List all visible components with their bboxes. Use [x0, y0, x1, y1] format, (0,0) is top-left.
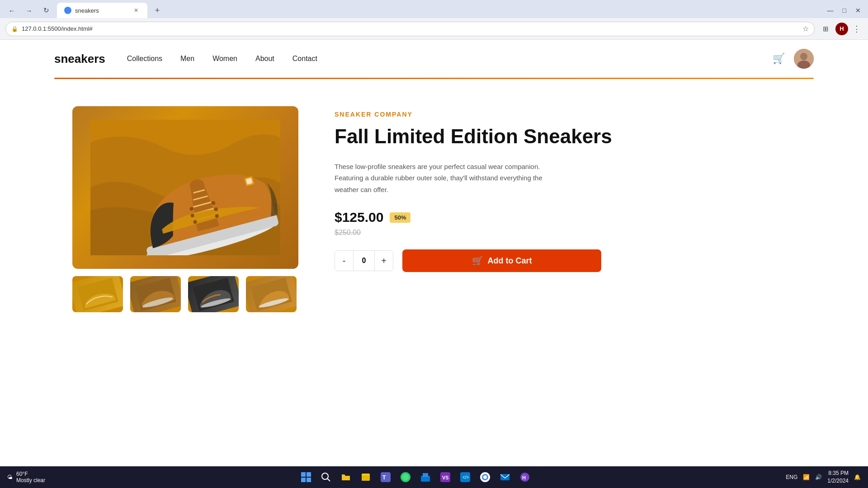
hem-button[interactable]: H: [517, 469, 533, 485]
current-price: $125.00: [335, 210, 383, 225]
product-title: Fall Limited Edition Sneakers: [335, 125, 796, 148]
tab-favicon: [64, 7, 71, 14]
browser-tab[interactable]: sneakers ✕: [57, 3, 147, 18]
thumbnail-1[interactable]: [72, 276, 123, 312]
thumbnail-3[interactable]: [188, 276, 239, 312]
add-to-cart-button[interactable]: 🛒 Add to Cart: [402, 249, 601, 272]
chrome-button[interactable]: [477, 469, 493, 485]
volume-icon: 🔊: [815, 474, 822, 480]
lock-icon: 🔒: [11, 26, 18, 32]
svg-text:VS: VS: [442, 475, 449, 480]
tab-title: sneakers: [75, 7, 99, 14]
svg-point-33: [402, 474, 409, 480]
visual-studio-button[interactable]: VS: [437, 469, 453, 485]
svg-point-2: [800, 53, 807, 60]
mail-button[interactable]: [497, 469, 513, 485]
whatsapp-button[interactable]: [397, 469, 414, 485]
site-header: sneakers Collections Men Women About Con…: [0, 40, 868, 78]
address-bar[interactable]: 🔒 127.0.0.1:5500/index.html# ☆: [5, 22, 815, 36]
wifi-icon: 📶: [803, 474, 810, 480]
cart-row: - 0 + 🛒 Add to Cart: [335, 249, 796, 272]
thumbnail-row: [72, 276, 298, 312]
vscode-button[interactable]: </>: [457, 469, 473, 485]
close-button[interactable]: ✕: [853, 6, 863, 15]
svg-point-0: [66, 8, 70, 13]
svg-point-26: [322, 473, 328, 479]
svg-rect-29: [362, 475, 370, 481]
reload-button[interactable]: ↻: [39, 3, 53, 18]
cart-button-icon: 🛒: [472, 255, 483, 266]
price-row: $125.00 50%: [335, 210, 796, 225]
svg-line-27: [327, 479, 330, 481]
svg-rect-24: [301, 478, 306, 482]
product-info: SNEAKER COMPANY Fall Limited Edition Sne…: [335, 106, 796, 272]
nav-collections[interactable]: Collections: [127, 55, 162, 63]
back-button[interactable]: ←: [5, 3, 19, 18]
nav-about[interactable]: About: [255, 55, 274, 63]
sneaker-background: [72, 106, 298, 269]
svg-rect-15: [77, 277, 118, 311]
teams-button[interactable]: T: [377, 469, 394, 485]
quantity-control: - 0 +: [335, 250, 393, 271]
taskbar-time-value: 8:35 PM: [827, 469, 849, 477]
quantity-increase-button[interactable]: +: [375, 251, 393, 271]
thumb-bg-4: [246, 276, 297, 312]
main-product-image: [72, 106, 298, 269]
svg-rect-23: [307, 472, 311, 477]
folder-button[interactable]: [358, 469, 374, 485]
taskbar-date-value: 1/2/2024: [827, 477, 849, 485]
profile-button[interactable]: H: [835, 23, 848, 35]
user-avatar[interactable]: [794, 49, 814, 69]
weather-condition: Mostly clear: [16, 477, 45, 483]
taskbar-right: ENG 📶 🔊 8:35 PM 1/2/2024 🔔: [786, 469, 861, 485]
svg-rect-43: [500, 474, 509, 480]
svg-text:H: H: [522, 475, 526, 480]
svg-text:</>: </>: [462, 475, 469, 480]
quantity-decrease-button[interactable]: -: [335, 251, 353, 271]
svg-text:T: T: [382, 474, 386, 481]
start-button[interactable]: [298, 469, 314, 485]
product-section: SNEAKER COMPANY Fall Limited Edition Sne…: [0, 79, 868, 339]
search-taskbar-button[interactable]: [318, 469, 334, 485]
taskbar-clock: 8:35 PM 1/2/2024: [827, 469, 849, 485]
svg-rect-22: [301, 472, 306, 477]
avatar-image: [794, 49, 814, 69]
site-nav: Collections Men Women About Contact: [127, 55, 773, 63]
header-actions: 🛒: [773, 49, 814, 69]
svg-rect-35: [423, 473, 428, 477]
file-explorer-button[interactable]: [338, 469, 354, 485]
layout-icon[interactable]: ⊞: [818, 22, 833, 36]
maximize-button[interactable]: □: [840, 6, 849, 15]
weather-temp: 60°F: [16, 471, 45, 477]
page-content: sneakers Collections Men Women About Con…: [0, 40, 868, 488]
cart-icon[interactable]: 🛒: [773, 53, 785, 65]
store-button[interactable]: [417, 469, 434, 485]
taskbar-center: T VS </> H: [49, 469, 782, 485]
quantity-value: 0: [353, 251, 375, 271]
tab-close-button[interactable]: ✕: [132, 6, 140, 14]
product-description: These low-profile sneakers are your perf…: [335, 161, 542, 196]
nav-men[interactable]: Men: [180, 55, 194, 63]
bookmark-icon[interactable]: ☆: [802, 24, 809, 33]
thumbnail-4[interactable]: [246, 276, 297, 312]
notification-icon[interactable]: 🔔: [854, 474, 861, 480]
thumbnail-2[interactable]: [130, 276, 181, 312]
forward-button[interactable]: →: [22, 3, 36, 18]
nav-women[interactable]: Women: [212, 55, 237, 63]
new-tab-button[interactable]: +: [151, 4, 164, 17]
svg-rect-25: [307, 478, 311, 482]
weather-icon: 🌤: [7, 474, 13, 480]
thumb-bg-1: [72, 276, 123, 312]
svg-point-42: [483, 475, 487, 479]
site-logo[interactable]: sneakers: [54, 52, 105, 66]
minimize-button[interactable]: —: [825, 6, 836, 15]
product-images: [72, 106, 298, 312]
more-menu-button[interactable]: ⋮: [851, 22, 863, 36]
url-text: 127.0.0.1:5500/index.html#: [22, 25, 799, 32]
taskbar-language: ENG: [786, 474, 797, 480]
thumb-bg-3: [188, 276, 239, 312]
taskbar-weather: 🌤 60°F Mostly clear: [7, 471, 45, 483]
discount-badge: 50%: [390, 212, 410, 223]
nav-contact[interactable]: Contact: [292, 55, 317, 63]
taskbar: 🌤 60°F Mostly clear T: [0, 466, 868, 488]
